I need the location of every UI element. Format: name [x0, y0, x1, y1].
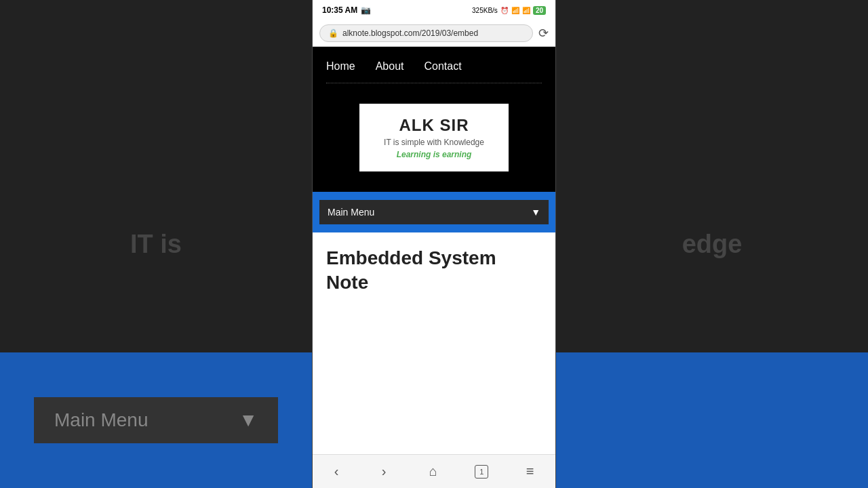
nav-about[interactable]: About: [376, 60, 404, 73]
blue-bar: Main Menu ▼: [313, 192, 555, 232]
time-display: 10:35 AM: [322, 5, 357, 15]
alarm-icon: ⏰: [500, 7, 509, 14]
browser-back-button[interactable]: ‹: [329, 458, 344, 485]
bg-right-text: edge: [682, 230, 743, 259]
dropdown-arrow-icon: ▼: [531, 207, 540, 218]
signal-icon: 📶: [511, 7, 519, 14]
address-bar[interactable]: 🔒 alknote.blogspot.com/2019/03/embed ⟳: [313, 20, 555, 47]
url-box[interactable]: 🔒 alknote.blogspot.com/2019/03/embed: [319, 24, 533, 42]
page-title: Embedded System Note: [326, 246, 542, 296]
nav-contact[interactable]: Contact: [425, 60, 462, 73]
logo-area: ALK SIR IT is simple with Knowledge Lear…: [313, 97, 555, 192]
logo-box: ALK SIR IT is simple with Knowledge Lear…: [359, 104, 509, 171]
content-area: Embedded System Note: [313, 232, 555, 454]
browser-tabs-button[interactable]: 1: [475, 465, 488, 479]
main-menu-label: Main Menu: [328, 207, 374, 218]
lock-icon: 🔒: [328, 28, 338, 38]
status-left: 10:35 AM 📷: [322, 5, 371, 15]
browser-home-button[interactable]: ⌂: [424, 458, 443, 485]
bg-bottom-left: Main Menu ▼: [0, 352, 312, 488]
site-nav: Home About Contact: [313, 47, 555, 97]
logo-tagline: Learning is earning: [380, 150, 488, 159]
nav-links: Home About Contact: [326, 60, 542, 73]
browser-forward-button[interactable]: ›: [376, 458, 392, 485]
data-speed: 325KB/s: [472, 7, 498, 14]
reload-button[interactable]: ⟳: [538, 26, 549, 41]
camera-icon: 📷: [361, 5, 371, 15]
status-bar: 10:35 AM 📷 325KB/s ⏰ 📶 📶 20: [313, 0, 555, 20]
status-right: 325KB/s ⏰ 📶 📶 20: [472, 6, 546, 15]
bg-menu-arrow: ▼: [239, 409, 258, 431]
logo-title: ALK SIR: [380, 116, 488, 135]
signal-icon-2: 📶: [522, 7, 530, 14]
url-text: alknote.blogspot.com/2019/03/embed: [342, 28, 478, 38]
background-right: edge: [556, 0, 868, 488]
bg-left-text: IT is: [130, 230, 182, 259]
main-menu-dropdown[interactable]: Main Menu ▼: [319, 200, 549, 224]
nav-home[interactable]: Home: [326, 60, 355, 73]
battery-badge: 20: [533, 6, 546, 15]
nav-divider: [326, 83, 542, 83]
logo-subtitle: IT is simple with Knowledge: [380, 138, 488, 147]
bg-bottom-right: [556, 352, 868, 488]
browser-menu-button[interactable]: ≡: [521, 458, 540, 485]
phone-frame: 10:35 AM 📷 325KB/s ⏰ 📶 📶 20 🔒 alknote.bl…: [312, 0, 556, 488]
bg-menu-bar: Main Menu ▼: [34, 397, 278, 443]
browser-bar: ‹ › ⌂ 1 ≡: [313, 454, 555, 488]
bg-menu-label: Main Menu: [54, 409, 149, 431]
background-left: IT is Main Menu ▼: [0, 0, 312, 488]
website-content: Home About Contact ALK SIR IT is simple …: [313, 47, 555, 454]
